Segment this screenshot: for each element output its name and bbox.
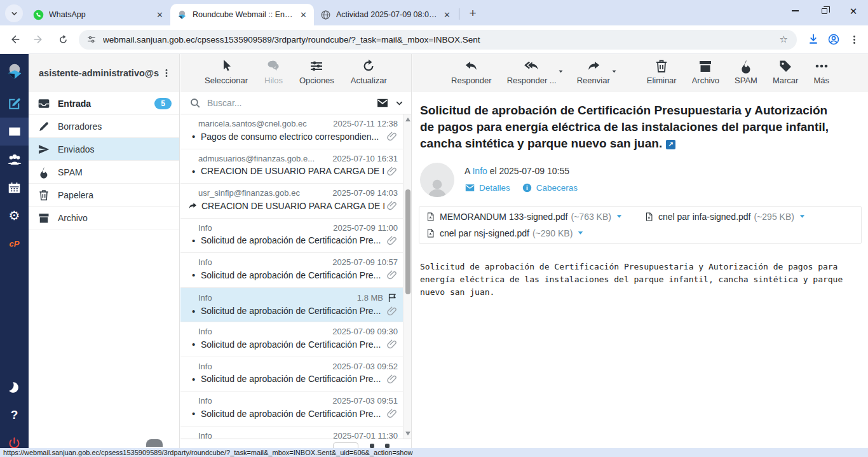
- scroll-down-icon[interactable]: [405, 432, 410, 435]
- open-in-new-window-icon[interactable]: ↗: [666, 140, 675, 149]
- folder-borradores[interactable]: Borradores: [29, 115, 179, 138]
- attachment-chip[interactable]: cnel par nsj-signed.pdf (~290 KB): [426, 228, 855, 239]
- url-text[interactable]: webmail.sanjuan.gob.ec/cpsess1535909589/…: [103, 35, 776, 44]
- window-minimize-button[interactable]: [780, 0, 810, 22]
- rail-darkmode-button[interactable]: [0, 373, 29, 401]
- refresh-button[interactable]: Actualizar: [351, 58, 387, 85]
- folder-enviados[interactable]: Enviados: [29, 138, 179, 161]
- more-label: Más: [813, 76, 829, 85]
- archive-button[interactable]: Archivo: [692, 58, 719, 85]
- reply-button[interactable]: Responder: [451, 58, 492, 85]
- search-scope-chevron-icon[interactable]: [395, 99, 403, 107]
- headers-toggle[interactable]: Cabeceras: [522, 182, 578, 193]
- attachment-name[interactable]: MEMORANDUM 133-signed.pdf: [440, 212, 568, 222]
- mail-subject: Solicitud de aprobación de Certificación…: [420, 102, 843, 153]
- browser-menu-button[interactable]: [844, 29, 864, 50]
- app-rail: ⚙ cP ?: [0, 54, 29, 457]
- message-row[interactable]: Info 2025-07-09 10:57 • Solicitud de apr…: [180, 253, 403, 288]
- scroll-up-icon[interactable]: [405, 118, 410, 121]
- folder-papelera[interactable]: Papelera: [29, 184, 179, 207]
- attachment-size: (~295 KB): [754, 212, 794, 222]
- message-row[interactable]: maricela.santos@cnel.gob.ec 2025-07-11 1…: [180, 114, 403, 149]
- attachment-chip[interactable]: cnel par infa-signed.pdf (~295 KB): [644, 211, 806, 222]
- site-settings-icon[interactable]: [86, 34, 97, 44]
- rail-settings-button[interactable]: ⚙: [0, 201, 29, 229]
- tab-search-button[interactable]: [5, 4, 23, 22]
- attachment-chip[interactable]: MEMORANDUM 133-signed.pdf (~763 KB): [426, 211, 623, 222]
- profile-button[interactable]: [824, 29, 844, 50]
- reply-all-button[interactable]: Responder ...: [507, 58, 557, 85]
- spam-button[interactable]: SPAM: [735, 58, 757, 85]
- tab-roundcube[interactable]: Roundcube Webmail :: Enviados ✕: [170, 4, 314, 25]
- forward-button[interactable]: Reenviar: [577, 58, 610, 85]
- archive-icon: [37, 212, 50, 224]
- attachment-menu-caret-icon[interactable]: [616, 213, 623, 220]
- attachment-name[interactable]: cnel par nsj-signed.pdf: [440, 228, 529, 238]
- attachment-menu-caret-icon[interactable]: [799, 213, 806, 220]
- message-row[interactable]: Info 2025-07-03 09:52 • Solicitud de apr…: [180, 357, 403, 392]
- tab-close-icon[interactable]: ✕: [298, 10, 309, 20]
- reload-button[interactable]: [53, 30, 72, 49]
- more-button[interactable]: Más: [813, 58, 829, 85]
- caret-down-icon[interactable]: [558, 69, 564, 74]
- attachment-menu-caret-icon[interactable]: [577, 229, 584, 236]
- details-toggle[interactable]: Detalles: [465, 182, 510, 193]
- bookmark-star-icon[interactable]: ☆: [776, 34, 792, 45]
- attachments-box: MEMORANDUM 133-signed.pdf (~763 KB) cnel…: [419, 206, 862, 244]
- message-row[interactable]: admusuarios@finanzas.gob.e... 2025-07-10…: [180, 149, 403, 184]
- attachment-clip-icon: [387, 374, 398, 385]
- mark-button[interactable]: Marcar: [773, 58, 798, 85]
- message-row[interactable]: usr_sinfip@finanzas.gob.ec 2025-07-09 14…: [180, 184, 403, 219]
- threads-button[interactable]: Hilos: [264, 58, 283, 85]
- window-restore-button[interactable]: [810, 0, 839, 22]
- folder-spam[interactable]: SPAM: [29, 161, 179, 184]
- message-row[interactable]: Info 1.8 MB • Solicitud de aprobación de…: [180, 288, 403, 323]
- address-bar[interactable]: webmail.sanjuan.gob.ec/cpsess1535909589/…: [79, 30, 797, 50]
- scrollbar-thumb[interactable]: [405, 189, 410, 294]
- message-row[interactable]: Info 2025-07-09 11:00 • Solicitud de apr…: [180, 219, 403, 254]
- rail-calendar-button[interactable]: [0, 174, 29, 201]
- cpanel-icon: cP: [10, 239, 20, 249]
- caret-down-icon[interactable]: [611, 69, 617, 74]
- message-row[interactable]: Info 2025-07-09 09:30 • Solicitud de apr…: [180, 322, 403, 357]
- message-row[interactable]: Info 2025-07-03 09:51 • Solicitud de apr…: [180, 392, 403, 426]
- folder-archivo[interactable]: Archivo: [29, 207, 179, 229]
- message-from: maricela.santos@cnel.gob.ec: [192, 119, 333, 128]
- message-date: 2025-07-01 11:30: [333, 431, 398, 439]
- calendar-icon: [8, 181, 21, 194]
- recipient-link[interactable]: Info: [472, 166, 487, 176]
- delete-button[interactable]: Eliminar: [647, 58, 677, 85]
- pdf-file-icon: [426, 211, 435, 222]
- options-button[interactable]: Opciones: [299, 58, 334, 85]
- tab-whatsapp[interactable]: WhatsApp ✕: [27, 4, 170, 25]
- list-scrollbar[interactable]: [403, 114, 411, 439]
- pager-glyph: [370, 444, 374, 448]
- back-button[interactable]: [5, 30, 24, 49]
- forward-button[interactable]: [29, 30, 48, 49]
- search-scope-mail-icon[interactable]: [376, 97, 389, 109]
- rail-contacts-button[interactable]: [0, 146, 29, 174]
- downloads-button[interactable]: [803, 29, 824, 50]
- select-button[interactable]: Seleccionar: [205, 58, 248, 85]
- rail-mail-button[interactable]: [0, 118, 29, 146]
- folder-entrada[interactable]: Entrada 5: [29, 92, 179, 115]
- attachment-name[interactable]: cnel par infa-signed.pdf: [658, 212, 751, 222]
- compose-icon: [7, 97, 22, 111]
- search-input[interactable]: [207, 98, 376, 108]
- globe-icon: [320, 10, 331, 20]
- folder-label: Entrada: [58, 99, 91, 109]
- tab-close-icon[interactable]: ✕: [442, 10, 452, 20]
- rail-cpanel-button[interactable]: cP: [0, 229, 29, 257]
- message-from: Info: [192, 362, 332, 371]
- options-label: Opciones: [299, 76, 334, 85]
- browser-navbar: webmail.sanjuan.gob.ec/cpsess1535909589/…: [0, 25, 868, 54]
- rail-compose-button[interactable]: [0, 90, 29, 118]
- tab-actividad[interactable]: Actividad 2025-07-09 08:00:00 ✕: [314, 4, 458, 25]
- window-close-button[interactable]: ✕: [839, 0, 868, 22]
- rail-help-button[interactable]: ?: [0, 401, 29, 429]
- inbox-icon: [37, 97, 50, 110]
- tab-close-icon[interactable]: ✕: [154, 10, 165, 20]
- message-row[interactable]: Info 2025-07-01 11:30 •: [180, 426, 403, 439]
- new-tab-button[interactable]: +: [465, 5, 481, 22]
- account-menu-button[interactable]: [159, 68, 174, 78]
